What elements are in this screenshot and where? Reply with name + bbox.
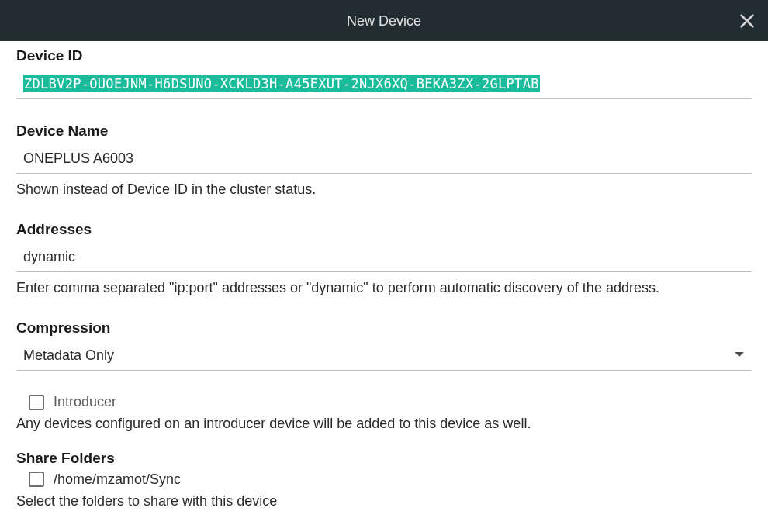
device-id-field: Device ID ZDLBV2P-OUOEJNM-H6DSUNO-XCKLD3… [16,47,752,99]
device-name-help: Shown instead of Device ID in the cluste… [16,180,752,199]
introducer-checkbox[interactable] [29,395,44,410]
device-name-label: Device Name [16,123,752,140]
titlebar: New Device [0,0,768,41]
chevron-down-icon [734,347,745,364]
compression-selected: Metadata Only [23,347,114,364]
device-name-value: ONEPLUS A6003 [23,150,133,166]
device-id-value: ZDLBV2P-OUOEJNM-H6DSUNO-XCKLD3H-A45EXUT-… [23,75,540,92]
addresses-field: Addresses dynamic Enter comma separated … [16,221,752,298]
addresses-help: Enter comma separated "ip:port" addresse… [16,278,752,298]
share-folders-help: Select the folders to share with this de… [16,492,752,511]
introducer-checkbox-row[interactable]: Introducer [29,392,752,412]
addresses-label: Addresses [16,221,752,238]
close-button[interactable] [734,8,760,34]
titlebar-title: New Device [347,13,421,29]
addresses-input[interactable]: dynamic [16,244,752,272]
device-name-input[interactable]: ONEPLUS A6003 [16,146,752,174]
introducer-section: Introducer Any devices configured on an … [16,392,752,434]
device-id-label: Device ID [16,47,752,64]
compression-select[interactable]: Metadata Only [16,343,752,371]
share-folders-label: Share Folders [16,450,752,467]
share-folders-section: Share Folders /home/mzamot/Sync Select t… [16,450,752,511]
close-icon [739,12,756,29]
device-name-field: Device Name ONEPLUS A6003 Shown instead … [16,123,752,199]
compression-label: Compression [16,320,752,337]
introducer-checkbox-label: Introducer [54,394,116,410]
share-folder-row[interactable]: /home/mzamot/Sync [29,470,752,489]
introducer-help: Any devices configured on an introducer … [16,414,752,434]
compression-field: Compression Metadata Only [16,320,752,371]
addresses-value: dynamic [23,249,75,264]
dialog-content: Device ID ZDLBV2P-OUOEJNM-H6DSUNO-XCKLD3… [0,41,768,532]
share-folder-path: /home/mzamot/Sync [54,472,181,488]
share-folder-checkbox[interactable] [29,472,44,487]
device-id-input[interactable]: ZDLBV2P-OUOEJNM-H6DSUNO-XCKLD3H-A45EXUT-… [16,71,752,99]
